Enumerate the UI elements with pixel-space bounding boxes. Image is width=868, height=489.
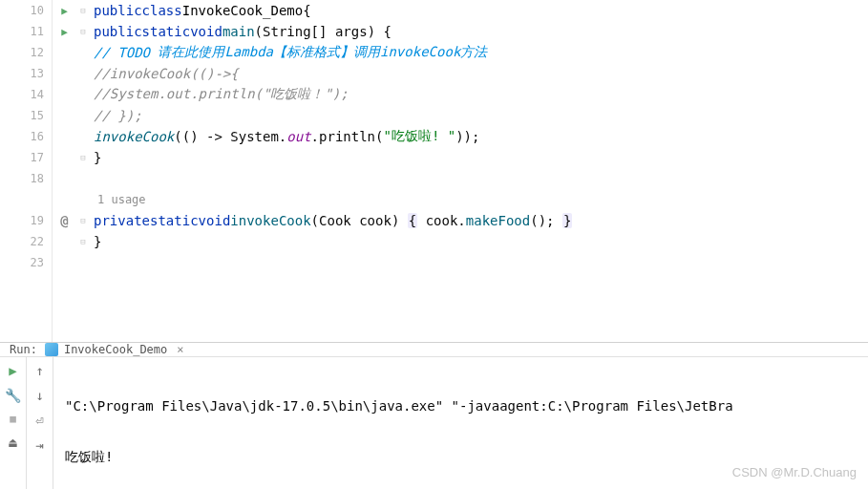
console-line: "C:\Program Files\Java\jdk-17.0.5\bin\ja… — [65, 395, 857, 416]
up-arrow-icon[interactable]: ↑ — [35, 363, 43, 378]
line-number: 18 — [0, 168, 52, 189]
down-arrow-icon[interactable]: ↓ — [35, 388, 43, 403]
fold-end-icon[interactable]: ⊟ — [76, 231, 90, 252]
line-number: 10 — [0, 0, 52, 21]
fold-toggle-icon[interactable]: ⊟ — [76, 21, 90, 42]
close-tab-icon[interactable]: × — [177, 343, 183, 356]
line-number: 16 — [0, 126, 52, 147]
watermark: CSDN @Mr.D.Chuang — [732, 465, 857, 479]
override-icon[interactable]: @ — [60, 213, 68, 228]
run-tab-label: InvokeCook_Demo — [64, 343, 167, 356]
line-number: 12 — [0, 42, 52, 63]
fold-toggle-icon[interactable]: ⊟ — [76, 210, 90, 231]
run-label: Run: — [10, 343, 37, 356]
run-class-icon[interactable]: ▶ — [61, 5, 68, 17]
line-number: 17 — [0, 147, 52, 168]
run-panel-header: Run: InvokeCook_Demo × — [0, 343, 868, 357]
gutter-icon-column: ▶ ▶ @ — [53, 0, 76, 342]
line-number: 23 — [0, 252, 52, 273]
fold-end-icon[interactable]: ⊟ — [76, 147, 90, 168]
wrench-icon[interactable]: 🔧 — [5, 388, 21, 403]
run-tab[interactable]: InvokeCook_Demo × — [37, 343, 192, 356]
code-content[interactable]: public class InvokeCook_Demo { public st… — [90, 0, 868, 342]
line-number-gutter: 10 11 12 13 14 15 16 17 18 19 22 23 — [0, 0, 53, 342]
fold-toggle-icon[interactable]: ⊟ — [76, 0, 90, 21]
run-config-icon — [45, 343, 58, 356]
run-main-icon[interactable]: ▶ — [61, 26, 68, 38]
line-number: 15 — [0, 105, 52, 126]
code-editor[interactable]: 10 11 12 13 14 15 16 17 18 19 22 23 ▶ ▶ … — [0, 0, 868, 342]
rerun-icon[interactable]: ▶ — [9, 363, 16, 378]
scroll-end-icon[interactable]: ⇥ — [35, 437, 43, 453]
line-number: 13 — [0, 63, 52, 84]
soft-wrap-icon[interactable]: ⏎ — [35, 413, 43, 428]
stop-icon[interactable]: ■ — [10, 413, 16, 425]
usage-hint[interactable]: 1 usage — [94, 193, 146, 206]
line-number: 14 — [0, 84, 52, 105]
line-number: 11 — [0, 21, 52, 42]
run-toolbar-secondary: ↑ ↓ ⏎ ⇥ — [27, 357, 53, 489]
fold-column: ⊟ ⊟ ⊟ ⊟ ⊟ — [76, 0, 90, 342]
run-toolbar-primary: ▶ 🔧 ■ ⏏ — [0, 357, 27, 489]
exit-icon[interactable]: ⏏ — [9, 435, 16, 450]
line-number: 22 — [0, 231, 52, 252]
line-number: 19 — [0, 210, 52, 231]
line-number — [0, 189, 52, 210]
